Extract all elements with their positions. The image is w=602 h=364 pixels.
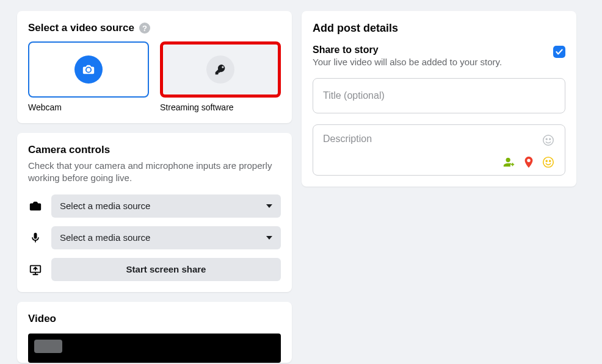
description-box[interactable]: Description bbox=[313, 124, 565, 176]
svg-point-1 bbox=[543, 135, 554, 146]
camera-icon bbox=[74, 55, 103, 84]
chevron-down-icon bbox=[266, 204, 272, 208]
video-badge bbox=[34, 340, 62, 353]
svg-point-4 bbox=[528, 159, 530, 162]
camera-device-icon bbox=[28, 199, 43, 213]
tag-people-icon[interactable] bbox=[502, 155, 516, 169]
streaming-software-label: Streaming software bbox=[160, 102, 281, 112]
camera-controls-subtitle: Check that your camera and microphone in… bbox=[28, 160, 281, 185]
post-details-title: Add post details bbox=[313, 22, 565, 35]
video-title: Video bbox=[28, 313, 281, 325]
help-icon[interactable]: ? bbox=[139, 23, 150, 34]
key-icon bbox=[206, 55, 234, 84]
webcam-label: Webcam bbox=[28, 102, 149, 112]
emoji-icon[interactable] bbox=[542, 134, 555, 147]
streaming-software-option[interactable] bbox=[160, 41, 281, 98]
microphone-select-label: Select a media source bbox=[60, 232, 150, 243]
video-source-title: Select a video source bbox=[28, 22, 134, 34]
microphone-icon bbox=[28, 232, 43, 244]
svg-point-5 bbox=[543, 157, 554, 168]
video-preview-card: Video bbox=[17, 302, 292, 363]
description-placeholder: Description bbox=[323, 134, 372, 145]
video-preview bbox=[28, 334, 281, 363]
location-icon[interactable] bbox=[522, 155, 535, 169]
camera-select[interactable]: Select a media source bbox=[51, 194, 281, 218]
camera-select-label: Select a media source bbox=[60, 201, 150, 211]
svg-point-3 bbox=[549, 138, 551, 140]
svg-point-6 bbox=[546, 160, 547, 162]
webcam-option[interactable] bbox=[28, 41, 149, 98]
camera-controls-card: Camera controls Check that your camera a… bbox=[17, 133, 292, 292]
video-source-card: Select a video source ? Webcam bbox=[17, 11, 292, 123]
microphone-select[interactable]: Select a media source bbox=[51, 226, 281, 249]
svg-point-7 bbox=[549, 160, 551, 162]
svg-point-2 bbox=[546, 138, 547, 140]
chevron-down-icon bbox=[266, 236, 272, 240]
post-details-card: Add post details Share to story Your liv… bbox=[302, 11, 576, 187]
share-to-story-sub: Your live video will also be added to yo… bbox=[313, 57, 553, 67]
start-screen-share-button[interactable]: Start screen share bbox=[51, 258, 281, 281]
check-icon bbox=[555, 48, 564, 56]
camera-controls-title: Camera controls bbox=[28, 144, 281, 156]
start-screen-share-label: Start screen share bbox=[126, 264, 206, 274]
share-to-story-checkbox[interactable] bbox=[553, 46, 565, 58]
screen-share-icon bbox=[28, 263, 43, 276]
title-input[interactable] bbox=[313, 78, 565, 113]
share-to-story-heading: Share to story bbox=[313, 45, 553, 55]
feeling-icon[interactable] bbox=[542, 155, 555, 169]
